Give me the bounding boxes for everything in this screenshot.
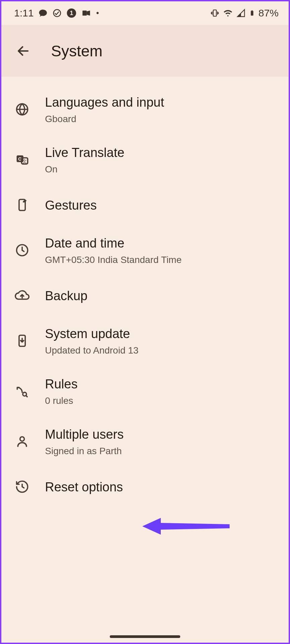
vibrate-icon	[210, 8, 220, 18]
svg-text:文: 文	[22, 159, 27, 164]
svg-rect-6	[251, 10, 252, 11]
settings-item-live-translate[interactable]: G文 Live Translate On	[1, 135, 289, 185]
settings-item-multiple-users[interactable]: Multiple users Signed in as Parth	[1, 417, 289, 467]
notification-count-icon: 1	[66, 8, 77, 18]
item-title: System update	[45, 326, 139, 342]
settings-item-system-update[interactable]: System update Updated to Android 13	[1, 316, 289, 367]
svg-rect-5	[251, 11, 253, 15]
svg-marker-17	[142, 518, 230, 535]
item-title: Languages and input	[45, 95, 164, 110]
item-title: Reset options	[45, 480, 123, 495]
battery-percent: 87%	[258, 7, 279, 19]
settings-list: Languages and input Gboard G文 Live Trans…	[1, 77, 289, 507]
gestures-icon	[15, 198, 30, 214]
svg-point-16	[20, 437, 25, 441]
sync-icon	[52, 8, 62, 18]
translate-icon: G文	[15, 152, 30, 168]
arrow-left-icon	[16, 44, 30, 58]
item-subtitle: Signed in as Parth	[45, 445, 124, 457]
cloud-upload-icon	[15, 288, 30, 304]
svg-rect-4	[213, 10, 216, 16]
battery-icon	[249, 8, 255, 18]
rules-icon	[15, 384, 30, 400]
settings-item-languages-input[interactable]: Languages and input Gboard	[1, 85, 289, 135]
item-subtitle: GMT+05:30 India Standard Time	[45, 254, 182, 266]
item-title: Multiple users	[45, 427, 124, 442]
wifi-icon	[223, 8, 233, 18]
outlook-icon	[81, 8, 91, 18]
settings-item-backup[interactable]: Backup	[1, 276, 289, 316]
item-subtitle: Gboard	[45, 113, 164, 125]
svg-rect-3	[83, 11, 87, 16]
item-subtitle: 0 rules	[45, 395, 78, 407]
status-bar: 1:11 1 • 87%	[1, 1, 289, 25]
status-time: 1:11	[14, 7, 34, 19]
item-title: Backup	[45, 288, 88, 304]
annotation-arrow	[142, 515, 236, 539]
cell-signal-icon	[236, 8, 246, 18]
item-title: Gestures	[45, 198, 97, 213]
settings-item-reset-options[interactable]: Reset options	[1, 467, 289, 507]
svg-text:1: 1	[70, 9, 73, 16]
item-title: Rules	[45, 377, 78, 392]
back-button[interactable]	[11, 39, 35, 63]
settings-item-gestures[interactable]: Gestures	[1, 185, 289, 226]
settings-item-rules[interactable]: Rules 0 rules	[1, 367, 289, 417]
more-notifications-icon: •	[96, 8, 99, 18]
item-title: Date and time	[45, 236, 182, 251]
item-subtitle: On	[45, 163, 125, 175]
chat-icon	[38, 8, 48, 18]
clock-icon	[15, 243, 30, 259]
system-update-icon	[15, 333, 30, 350]
person-icon	[15, 434, 30, 450]
history-icon	[15, 479, 30, 495]
page-title: System	[51, 42, 102, 60]
settings-item-date-time[interactable]: Date and time GMT+05:30 India Standard T…	[1, 226, 289, 276]
navigation-handle[interactable]	[110, 635, 180, 638]
item-subtitle: Updated to Android 13	[45, 344, 139, 357]
item-title: Live Translate	[45, 145, 125, 161]
globe-icon	[15, 102, 30, 118]
app-bar: System	[1, 25, 289, 77]
